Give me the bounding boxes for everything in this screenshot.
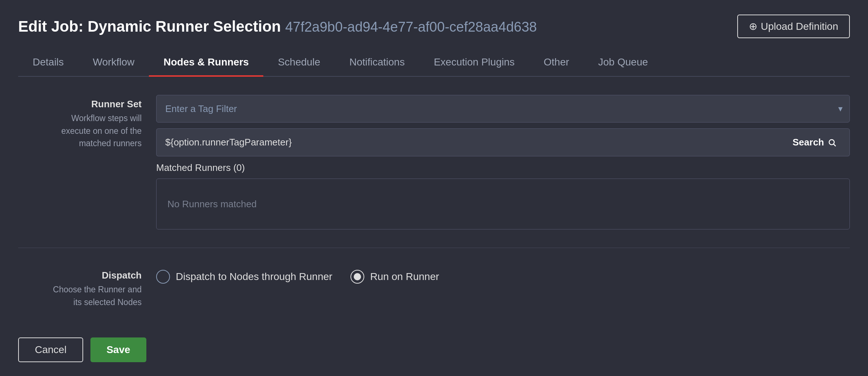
matched-runners-section: Matched Runners (0) No Runners matched: [156, 162, 850, 229]
runner-set-label-container: Runner Set Workflow steps will execute o…: [18, 95, 142, 150]
dispatch-label-container: Dispatch Choose the Runner and its selec…: [18, 266, 142, 308]
runner-set-inputs: Enter a Tag Filter ▾ Search: [156, 95, 850, 229]
upload-icon: ⊕: [749, 20, 757, 32]
tab-job-queue[interactable]: Job Queue: [584, 49, 662, 77]
matched-runners-box: No Runners matched: [156, 179, 850, 229]
save-button[interactable]: Save: [90, 337, 146, 362]
dispatch-to-nodes-label: Dispatch to Nodes through Runner: [176, 271, 332, 283]
section-divider: [18, 248, 850, 248]
search-btn-label: Search: [792, 137, 824, 148]
run-on-runner-label: Run on Runner: [370, 271, 439, 283]
dispatch-desc: Choose the Runner and its selected Nodes: [18, 283, 142, 308]
cancel-button[interactable]: Cancel: [18, 337, 83, 362]
tab-notifications[interactable]: Notifications: [335, 49, 419, 77]
search-icon: [828, 138, 836, 147]
run-on-runner-option[interactable]: Run on Runner: [350, 270, 439, 284]
edit-label: Edit Job:: [18, 18, 84, 35]
dispatch-options: Dispatch to Nodes through Runner Run on …: [156, 266, 850, 284]
matched-runners-label: Matched Runners (0): [156, 162, 850, 173]
dispatch-row: Dispatch Choose the Runner and its selec…: [18, 266, 850, 308]
bottom-actions: Cancel Save: [18, 337, 850, 362]
upload-definition-button[interactable]: ⊕ Upload Definition: [737, 15, 850, 38]
dispatch-options-container: Dispatch to Nodes through Runner Run on …: [156, 266, 850, 284]
tabs-container: Details Workflow Nodes & Runners Schedul…: [18, 49, 850, 77]
svg-point-0: [829, 140, 834, 145]
job-name: Dynamic Runner Selection: [88, 18, 285, 35]
tag-filter-wrapper: Enter a Tag Filter ▾: [156, 95, 850, 123]
svg-line-1: [834, 144, 836, 146]
upload-btn-label: Upload Definition: [761, 21, 838, 32]
no-runners-text: No Runners matched: [167, 199, 257, 210]
runner-set-title: Runner Set: [18, 99, 142, 110]
dispatch-title: Dispatch: [18, 270, 142, 281]
dispatch-to-nodes-option[interactable]: Dispatch to Nodes through Runner: [156, 270, 332, 284]
runner-set-fields: Enter a Tag Filter ▾ Search: [156, 95, 850, 229]
search-button[interactable]: Search: [779, 128, 850, 156]
runner-set-row: Runner Set Workflow steps will execute o…: [18, 95, 850, 229]
header: Edit Job: Dynamic Runner Selection 47f2a…: [18, 15, 850, 38]
tab-other[interactable]: Other: [529, 49, 584, 77]
job-id: 47f2a9b0-ad94-4e77-af00-cef28aa4d638: [285, 19, 537, 35]
runner-tag-parameter-input[interactable]: [156, 128, 779, 156]
page-container: Edit Job: Dynamic Runner Selection 47f2a…: [0, 0, 868, 376]
tag-filter-select[interactable]: Enter a Tag Filter: [156, 95, 850, 123]
runner-set-desc: Workflow steps will execute on one of th…: [18, 112, 142, 150]
tab-workflow[interactable]: Workflow: [78, 49, 149, 77]
tab-nodes-runners[interactable]: Nodes & Runners: [149, 49, 263, 77]
tab-schedule[interactable]: Schedule: [263, 49, 335, 77]
tab-execution-plugins[interactable]: Execution Plugins: [419, 49, 529, 77]
search-row: Search: [156, 128, 850, 156]
tab-details[interactable]: Details: [18, 49, 78, 77]
dispatch-to-nodes-radio[interactable]: [156, 270, 170, 284]
page-title: Edit Job: Dynamic Runner Selection 47f2a…: [18, 18, 537, 35]
content-area: Runner Set Workflow steps will execute o…: [18, 95, 850, 362]
run-on-runner-radio[interactable]: [350, 270, 364, 284]
